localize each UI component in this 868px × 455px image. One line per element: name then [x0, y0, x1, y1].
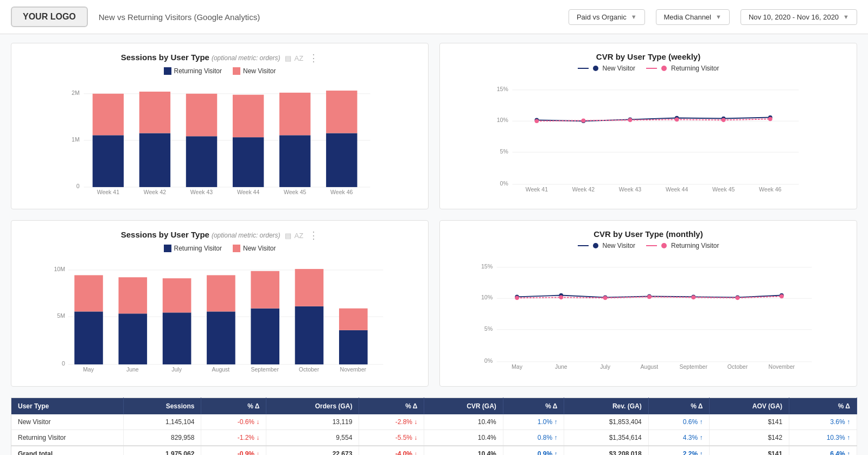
svg-rect-60 [163, 312, 192, 364]
col-user-type: User Type [11, 398, 124, 415]
svg-text:November: November [769, 363, 795, 370]
svg-point-95 [647, 295, 652, 299]
monthly-cvr-svg: 15% 10% 5% 0% [449, 254, 848, 373]
chevron-down-icon: ▼ [631, 14, 637, 20]
svg-rect-17 [326, 91, 357, 133]
svg-rect-61 [163, 278, 192, 312]
legend-ret-line [646, 68, 657, 69]
cell-cvr: 10.4% [424, 430, 503, 446]
monthly-cvr-chart-panel: CVR by User Type (monthly) New Visitor R… [439, 220, 857, 387]
svg-rect-64 [251, 309, 279, 364]
svg-text:Week 43: Week 43 [190, 189, 213, 195]
chart-icon-az2[interactable]: AZ [295, 232, 304, 240]
svg-rect-59 [118, 277, 147, 313]
monthly-bar-subtitle: (optional metric: orders) [212, 232, 280, 239]
col-cvr-delta: % Δ [503, 398, 564, 415]
svg-text:August: August [212, 366, 230, 373]
svg-text:5%: 5% [484, 325, 493, 332]
cell-aov-delta: 10.3% [789, 430, 857, 446]
svg-point-43 [768, 117, 773, 121]
svg-rect-58 [118, 313, 147, 364]
cell-aov: $142 [710, 430, 789, 446]
cell-cvr: 10.4% [424, 414, 503, 430]
svg-text:May: May [512, 363, 523, 370]
cell-user-type: Returning Visitor [11, 430, 124, 446]
svg-text:Week 42: Week 42 [144, 189, 166, 195]
svg-text:Week 44: Week 44 [666, 186, 688, 193]
svg-text:Week 45: Week 45 [712, 186, 735, 193]
svg-rect-12 [233, 137, 264, 187]
cell-user-type: New Visitor [11, 414, 124, 430]
cell-orders: 13,119 [266, 414, 359, 430]
svg-text:10%: 10% [497, 117, 508, 123]
legend-ret-line2 [646, 245, 657, 246]
svg-text:June: June [126, 366, 139, 373]
paid-organic-dropdown[interactable]: Paid vs Organic ▼ [569, 9, 645, 25]
weekly-cvr-legend: New Visitor Returning Visitor [449, 65, 848, 72]
svg-text:Week 41: Week 41 [97, 189, 119, 195]
monthly-bar-legend: Returning Visitor New Visitor [20, 245, 419, 252]
weekly-bar-legend: Returning Visitor New Visitor [20, 67, 419, 75]
weekly-cvr-title: CVR by User Type (weekly) [596, 52, 700, 61]
cell-aov: $141 [710, 414, 789, 430]
svg-rect-68 [339, 330, 368, 364]
svg-point-94 [603, 296, 608, 300]
cell-orders: 22,673 [266, 446, 359, 455]
svg-text:October: October [299, 366, 320, 373]
monthly-bar-title: Sessions by User Type [121, 230, 209, 239]
media-channel-dropdown[interactable]: Media Channel ▼ [656, 9, 730, 25]
svg-text:0: 0 [76, 183, 80, 189]
chart-menu-icon[interactable]: ⋮ [309, 52, 318, 64]
svg-rect-65 [251, 271, 279, 309]
svg-text:2M: 2M [72, 89, 80, 96]
legend-returning-color [164, 67, 171, 75]
date-range-dropdown[interactable]: Nov 10, 2020 - Nov 16, 2020 ▼ [741, 9, 857, 25]
table-row: New Visitor1,145,104-0.6% 13,119-2.8% 10… [11, 414, 857, 430]
svg-point-92 [515, 296, 519, 300]
cell-sessions: 829,958 [124, 430, 201, 446]
svg-text:October: October [727, 363, 748, 370]
legend-new: New Visitor [233, 67, 276, 75]
monthly-cvr-legend: New Visitor Returning Visitor [449, 242, 848, 249]
chart-icon-bars[interactable]: ▤ [285, 54, 291, 62]
svg-point-41 [675, 118, 679, 122]
weekly-cvr-chart-panel: CVR by User Type (weekly) New Visitor Re… [439, 43, 857, 209]
chart-icon-az[interactable]: AZ [295, 54, 304, 62]
cell-cvr-delta: 0.9% [503, 446, 564, 455]
svg-text:10%: 10% [481, 294, 493, 300]
cell-sessions-delta: -1.2% [201, 430, 266, 446]
cell-cvr: 10.4% [424, 446, 503, 455]
cell-orders-delta: -2.8% [359, 414, 424, 430]
legend-new-line [578, 68, 589, 69]
weekly-cvr-svg: 15% 10% 5% 0% [449, 76, 848, 196]
weekly-bar-subtitle: (optional metric: orders) [212, 54, 280, 62]
svg-rect-66 [295, 306, 324, 364]
svg-text:0%: 0% [484, 357, 493, 364]
cell-sessions-delta: -0.9% [201, 446, 266, 455]
cell-rev-delta: 0.6% [648, 414, 710, 430]
svg-text:Week 46: Week 46 [330, 189, 353, 195]
svg-point-39 [582, 118, 586, 123]
svg-point-93 [559, 296, 563, 300]
logo: YOUR LOGO [11, 7, 88, 27]
svg-text:Week 45: Week 45 [284, 189, 306, 195]
table-row: Returning Visitor829,958-1.2% 9,554-5.5%… [11, 430, 857, 446]
svg-text:September: September [251, 366, 279, 373]
cell-user-type: Grand total [11, 446, 124, 455]
monthly-bar-svg: 10M 5M 0 [20, 257, 419, 376]
cell-cvr-delta: 0.8% [503, 430, 564, 446]
legend-new-color [233, 67, 240, 75]
weekly-bar-title: Sessions by User Type [121, 53, 209, 62]
cell-orders-delta: -4.0% [359, 446, 424, 455]
col-sessions: Sessions [124, 398, 201, 415]
svg-text:Week 44: Week 44 [237, 189, 259, 195]
chart-icon-bars2[interactable]: ▤ [285, 232, 291, 240]
svg-text:Week 41: Week 41 [526, 186, 548, 193]
svg-text:Week 42: Week 42 [572, 186, 595, 193]
cell-rev: $3,208,018 [564, 446, 648, 455]
svg-text:May: May [83, 366, 94, 373]
svg-text:1M: 1M [72, 136, 80, 143]
chart-menu2-icon[interactable]: ⋮ [309, 229, 318, 241]
svg-rect-62 [207, 311, 235, 364]
svg-point-96 [691, 296, 695, 300]
